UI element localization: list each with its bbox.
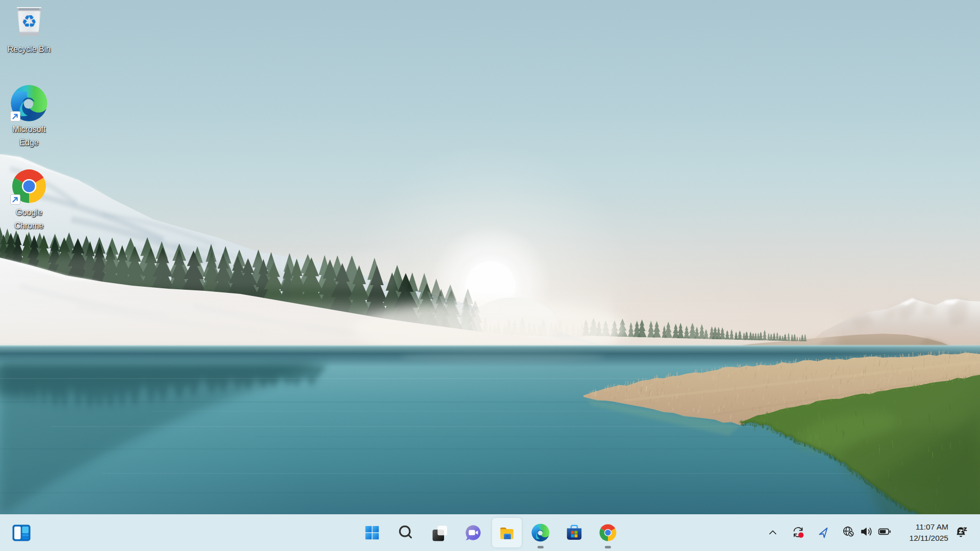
show-hidden-icons-chevron [767, 527, 778, 538]
shortcut-arrow-icon [10, 111, 20, 121]
desktop-icon-google-chrome[interactable]: Google Chrome [2, 167, 56, 233]
tray-status-icons[interactable] [840, 521, 893, 544]
chat-icon [464, 523, 482, 542]
desktop-icon-recycle-bin[interactable]: ♻ Recycle Bin [2, 5, 56, 56]
start-icon [363, 523, 381, 542]
clock-time: 11:07 AM [916, 521, 948, 533]
sync-status-button[interactable] [788, 521, 808, 544]
svg-text:♻: ♻ [21, 11, 37, 32]
taskbar-center-group [357, 518, 623, 547]
edge-logo-taskbar [531, 523, 550, 542]
taskbar-button-start[interactable] [357, 518, 387, 547]
location-icon [817, 527, 829, 539]
volume-status [860, 525, 873, 540]
taskbar-button-widgets[interactable] [7, 518, 36, 547]
taskbar-button-chrome[interactable] [593, 518, 623, 547]
clock-date: 12/11/2025 [910, 533, 948, 544]
running-indicator-pill [537, 546, 544, 548]
task-view-icon [430, 523, 449, 542]
network-status [842, 525, 855, 540]
desktop-icon-label: Microsoft Edge [2, 123, 56, 149]
desktop-wallpaper [0, 0, 980, 551]
show-hidden-icons-button[interactable] [764, 521, 781, 544]
desktop-icon-microsoft-edge[interactable]: Microsoft Edge [2, 84, 56, 149]
location-indicator[interactable] [814, 521, 832, 544]
battery-icon [878, 525, 891, 538]
system-tray: 11:07 AM 12/11/2025 [764, 514, 980, 551]
chrome-logo-taskbar [599, 523, 617, 542]
volume-icon [860, 525, 873, 538]
sync-icon [791, 526, 805, 539]
taskbar-button-task-view[interactable] [425, 518, 454, 547]
battery-status [878, 525, 891, 540]
windows-desktop: { "desktop": { "icons": [ { "id": "recyc… [0, 0, 980, 551]
notification-center-button[interactable] [952, 521, 973, 544]
taskbar-button-search[interactable] [391, 518, 421, 547]
no-internet-icon [842, 525, 855, 538]
desktop-icon-label: Google Chrome [2, 206, 56, 233]
notifications-bell-icon [955, 526, 970, 539]
clock[interactable]: 11:07 AM 12/11/2025 [910, 521, 948, 544]
taskbar-button-file-explorer[interactable] [492, 518, 522, 547]
file-explorer-icon [498, 523, 516, 542]
search-icon [397, 523, 415, 542]
taskbar-button-chat[interactable] [458, 518, 488, 547]
shortcut-arrow-icon [10, 194, 20, 205]
desktop-icon-label: Recycle Bin [8, 43, 51, 56]
widgets-icon [12, 524, 31, 541]
taskbar-button-edge[interactable] [526, 518, 555, 547]
recycle-bin-icon: ♻ [15, 5, 43, 37]
taskbar: 11:07 AM 12/11/2025 [0, 514, 980, 551]
taskbar-button-store[interactable] [559, 518, 589, 547]
running-indicator-pill [605, 546, 611, 548]
store-icon [565, 523, 583, 542]
